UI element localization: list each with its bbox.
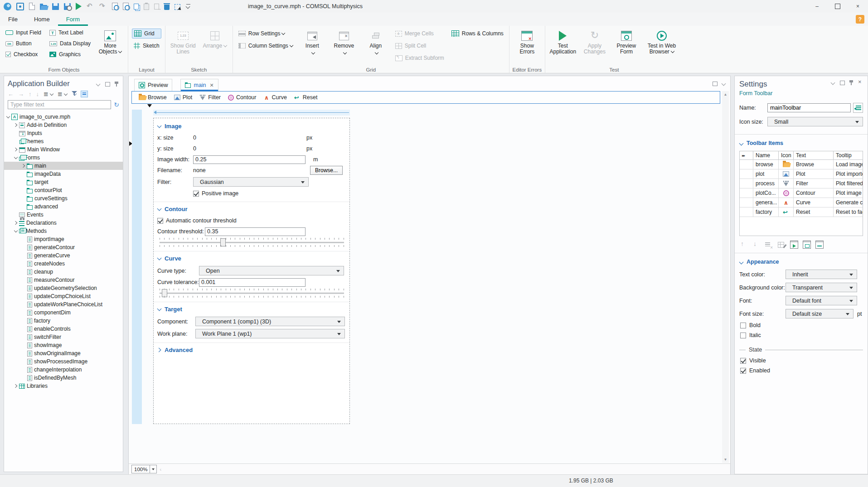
- sketch-mode-button[interactable]: Sketch: [132, 41, 161, 51]
- plot-button[interactable]: Plot: [171, 93, 196, 101]
- reset-button[interactable]: Reset: [291, 93, 321, 101]
- tree-expander-icon[interactable]: [21, 326, 27, 332]
- tree-expander-icon[interactable]: [21, 334, 27, 340]
- help-button[interactable]: ?: [856, 15, 864, 24]
- tree-expander-icon[interactable]: [21, 350, 27, 357]
- curve-tolerance-input[interactable]: [199, 278, 305, 287]
- maximize-editor-icon[interactable]: [712, 81, 718, 86]
- editor-vertical-scrollbar[interactable]: ▲ ▼: [722, 91, 729, 463]
- text-color-select[interactable]: Inherit: [786, 270, 857, 279]
- paste-icon[interactable]: [144, 4, 149, 10]
- form-toolbar-object[interactable]: Browse Plot Filter Contour Curve Reset: [131, 91, 720, 104]
- tree-expander-icon[interactable]: [21, 342, 27, 348]
- panel-menu-icon[interactable]: [96, 81, 101, 87]
- settings-close-icon[interactable]: [858, 80, 863, 85]
- add-separator-icon[interactable]: [815, 241, 824, 249]
- open-file-icon[interactable]: [40, 5, 47, 10]
- tree-item-root[interactable]: image_to_curve.mph: [4, 113, 123, 121]
- browse-file-button[interactable]: Browse...: [310, 166, 343, 175]
- form-canvas[interactable]: Image x: size0px y: size0px Image width:…: [129, 104, 722, 463]
- tree-expander-icon[interactable]: [21, 260, 27, 267]
- insert-button[interactable]: Insert: [298, 28, 326, 66]
- zoom-level-dropdown[interactable]: 100%: [131, 465, 157, 473]
- tree-item-libraries[interactable]: Libraries: [4, 382, 123, 390]
- panel-pin-icon[interactable]: [114, 81, 119, 87]
- slider-handle[interactable]: [220, 238, 226, 246]
- tree-expander-icon[interactable]: [21, 236, 27, 242]
- section-image-header[interactable]: Image: [154, 121, 349, 132]
- tab-form[interactable]: Form: [58, 13, 88, 26]
- show-grid-lines-button[interactable]: Show Grid Lines: [169, 28, 197, 66]
- tree-expander-icon[interactable]: [21, 244, 27, 251]
- tree-item-changeinterpolation[interactable]: changeInterpolation: [4, 366, 123, 374]
- tree-item-main-window[interactable]: Main Window: [4, 145, 123, 154]
- italic-checkbox[interactable]: Italic: [740, 332, 863, 338]
- table-row[interactable]: genera... Curve Generate cur...: [740, 198, 863, 207]
- test-in-web-browser-button[interactable]: Test in Web Browser: [644, 28, 679, 66]
- delete-icon[interactable]: [164, 5, 170, 10]
- data-display-button[interactable]: Data Display: [48, 39, 92, 48]
- tree-item-showimage[interactable]: showImage: [4, 341, 123, 349]
- preview-form-button[interactable]: Preview Form: [612, 28, 640, 66]
- tree-expander-icon[interactable]: [21, 179, 27, 185]
- tree-expander-icon[interactable]: [21, 277, 27, 283]
- contour-button[interactable]: Contour: [225, 93, 259, 101]
- tree-item-cleanup[interactable]: cleanup: [4, 268, 123, 276]
- tree-item-contourplot[interactable]: contourPlot: [4, 186, 123, 194]
- graphics-object-button[interactable]: Graphics: [48, 49, 92, 59]
- icon-size-select[interactable]: Small: [767, 117, 863, 126]
- editor-tabs-menu-icon[interactable]: [721, 81, 727, 86]
- tree-expander-icon[interactable]: [21, 203, 27, 210]
- curve-tolerance-slider[interactable]: [160, 289, 344, 298]
- split-cell-button[interactable]: Split Cell: [393, 41, 446, 51]
- table-row[interactable]: plotCo... Contour Plot image c...: [740, 188, 863, 198]
- tree-item-isdefinedbymesh[interactable]: isDefinedByMesh: [4, 374, 123, 382]
- tree-item-imagedata[interactable]: imageData: [4, 170, 123, 178]
- add-toolbar-button-icon[interactable]: [790, 241, 798, 249]
- tree-item-advanced[interactable]: advanced: [4, 203, 123, 211]
- font-select[interactable]: Default font: [786, 296, 857, 305]
- rows-columns-button[interactable]: Rows & Columns: [450, 29, 505, 39]
- arrange-button[interactable]: Arrange: [201, 28, 229, 66]
- tree-expander-icon[interactable]: [14, 130, 19, 136]
- browse-button[interactable]: Browse: [136, 93, 170, 101]
- column-header-text[interactable]: Text: [794, 151, 834, 159]
- column-marker-icon[interactable]: [147, 104, 152, 107]
- apply-changes-button[interactable]: Apply Changes: [581, 28, 609, 66]
- comsol-logo-icon[interactable]: [4, 3, 11, 10]
- minimize-button[interactable]: –: [807, 0, 827, 13]
- filter-tree-icon[interactable]: [72, 91, 76, 97]
- form-grid-cell[interactable]: Image x: size0px y: size0px Image width:…: [153, 118, 350, 424]
- model-manager-icon[interactable]: [16, 3, 24, 10]
- nav-down-icon[interactable]: ↓: [36, 91, 39, 97]
- tree-expander-icon[interactable]: [21, 309, 27, 316]
- close-button[interactable]: ×: [848, 0, 868, 13]
- bold-checkbox[interactable]: Bold: [740, 322, 863, 328]
- panel-float-icon[interactable]: [105, 81, 110, 87]
- tree-item-enablecontrols[interactable]: enableControls: [4, 325, 123, 333]
- tree-expander-icon[interactable]: [21, 318, 27, 324]
- image-width-input[interactable]: [193, 155, 305, 164]
- collapse-all-icon[interactable]: ≣: [44, 91, 53, 97]
- grid-mode-button[interactable]: Grid: [132, 29, 161, 39]
- tree-item-methods[interactable]: Methods: [4, 227, 123, 235]
- settings-pin-icon[interactable]: [849, 80, 854, 85]
- appearance-header[interactable]: Appearance: [739, 259, 863, 265]
- tree-expander-icon[interactable]: [14, 228, 19, 234]
- edit-item-icon[interactable]: [777, 241, 786, 249]
- column-width-indicator[interactable]: [153, 110, 350, 116]
- add-toggle-button-icon[interactable]: [803, 241, 811, 249]
- expand-all-icon[interactable]: ≣: [58, 91, 67, 97]
- table-row[interactable]: factory Reset Reset to fact...: [740, 207, 863, 217]
- tree-expander-icon[interactable]: [14, 146, 19, 153]
- tree-expander-icon[interactable]: [6, 114, 11, 120]
- filter-select[interactable]: Gaussian: [193, 177, 309, 187]
- tree-item-factory[interactable]: factory: [4, 317, 123, 325]
- undo-icon[interactable]: [87, 3, 94, 10]
- selected-grid-column-band[interactable]: [132, 110, 142, 424]
- tree-expander-icon[interactable]: [21, 269, 27, 275]
- font-size-select[interactable]: Default size: [786, 309, 853, 318]
- curve-button[interactable]: Curve: [261, 93, 290, 101]
- tree-expander-icon[interactable]: [14, 122, 19, 128]
- extract-subform-button[interactable]: Extract Subform: [393, 53, 446, 63]
